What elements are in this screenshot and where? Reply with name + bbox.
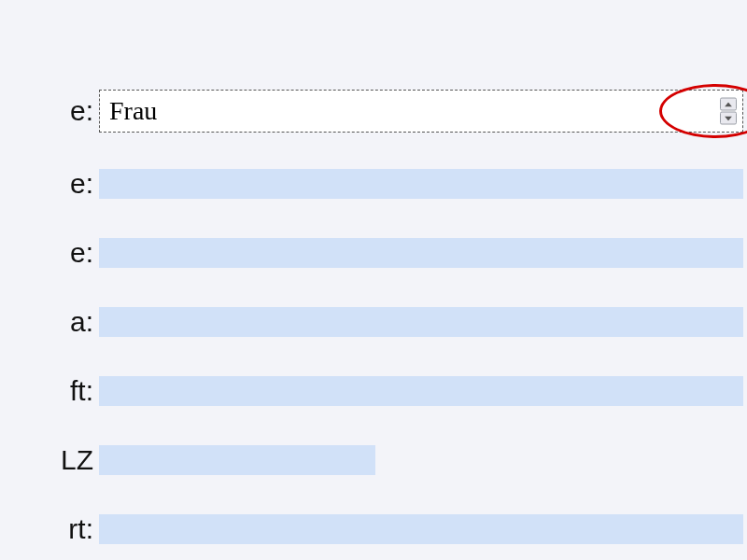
- row-7: rt:: [0, 507, 747, 552]
- row-6: LZ: [0, 438, 747, 483]
- row-anrede: e: Frau: [0, 89, 747, 133]
- input-5[interactable]: [99, 376, 743, 406]
- input-4[interactable]: [99, 307, 743, 337]
- label-anrede: e:: [0, 95, 99, 127]
- label-6: LZ: [0, 444, 99, 476]
- input-2[interactable]: [99, 169, 743, 199]
- label-2: e:: [0, 168, 99, 200]
- label-3: e:: [0, 237, 99, 269]
- anrede-dropdown[interactable]: Frau: [99, 90, 743, 133]
- input-3[interactable]: [99, 238, 743, 268]
- chevron-down-icon[interactable]: [720, 112, 737, 125]
- label-7: rt:: [0, 513, 99, 545]
- row-4: a:: [0, 300, 747, 344]
- row-2: e:: [0, 161, 747, 206]
- input-6[interactable]: [99, 445, 375, 475]
- row-5: ft:: [0, 369, 747, 413]
- input-7[interactable]: [99, 514, 743, 544]
- anrede-spinner: [720, 98, 737, 125]
- form: e: Frau e: e:: [0, 89, 747, 560]
- row-3: e:: [0, 231, 747, 275]
- label-4: a:: [0, 306, 99, 338]
- label-5: ft:: [0, 375, 99, 407]
- anrede-dropdown-value: Frau: [109, 96, 157, 126]
- chevron-up-icon[interactable]: [720, 98, 737, 111]
